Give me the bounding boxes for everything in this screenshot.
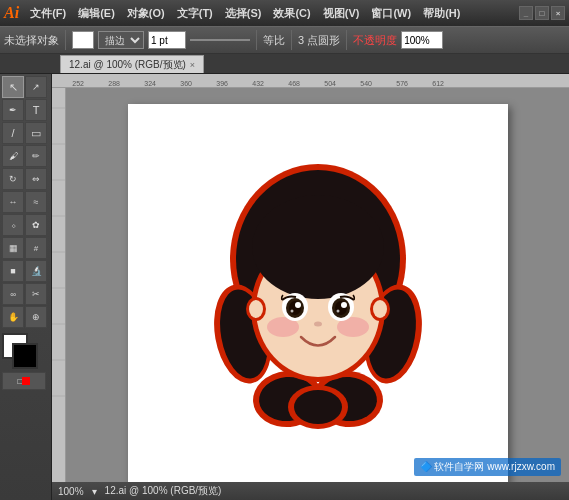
opacity-label: 不透明度 [353,33,397,48]
watermark-text: 软件自学网 [434,461,484,472]
tool-row-5: ↻ ⇔ [2,168,49,190]
svg-point-23 [252,195,384,299]
svg-point-25 [249,300,263,318]
menu-text[interactable]: 文字(T) [172,4,218,23]
watermark: 🔷 软件自学网 www.rjzxw.com [414,458,561,476]
minimize-button[interactable]: _ [519,6,533,20]
mesh-tool[interactable]: # [25,237,47,259]
main-area: ↖ ↗ ✒ T / ▭ 🖌 ✏ ↻ ⇔ ↔ ≈ ⬦ ✿ ▦ # [0,74,569,500]
ruler-mark-612: 612 [426,80,462,87]
canvas-area: 252 288 324 360 396 432 468 504 540 576 … [52,74,569,500]
ruler-mark-396: 396 [210,80,246,87]
window-controls: _ □ × [519,6,565,20]
svg-point-40 [314,322,322,327]
tool-row-1: ↖ ↗ [2,76,49,98]
reflect-tool[interactable]: ⇔ [25,168,47,190]
scale-tool[interactable]: ↔ [2,191,24,213]
stroke-color-swatch[interactable] [12,343,38,369]
ruler-mark-360: 360 [174,80,210,87]
menu-help[interactable]: 帮助(H) [418,4,465,23]
toolbar: 未选择对象 描边 等比 3 点圆形 不透明度 [0,26,569,54]
status-divider: ▾ [92,486,97,497]
divider-2 [256,30,257,50]
document-tab[interactable]: 12.ai @ 100% (RGB/预览) × [60,55,204,73]
tool-row-4: 🖌 ✏ [2,145,49,167]
menu-effect[interactable]: 效果(C) [268,4,315,23]
ruler-horizontal: 252 288 324 360 396 432 468 504 540 576 … [52,74,569,88]
maximize-button[interactable]: □ [535,6,549,20]
menu-edit[interactable]: 编辑(E) [73,4,120,23]
ruler-mark-576: 576 [390,80,426,87]
column-graph-tool[interactable]: ▦ [2,237,24,259]
none-swatch[interactable]: □ [2,372,46,390]
svg-point-39 [336,310,339,313]
divider-3 [291,30,292,50]
svg-point-33 [295,302,301,308]
stroke-select[interactable]: 描边 [98,31,144,49]
svg-point-20 [294,390,342,424]
watermark-icon: 🔷 [420,461,432,472]
tool-row-7: ⬦ ✿ [2,214,49,236]
toolbox: ↖ ↗ ✒ T / ▭ 🖌 ✏ ↻ ⇔ ↔ ≈ ⬦ ✿ ▦ # [0,74,52,500]
svg-point-27 [373,300,387,318]
scissors-tool[interactable]: ✂ [25,283,47,305]
close-button[interactable]: × [551,6,565,20]
stroke-line-preview [190,39,250,41]
stroke-size-input[interactable] [148,31,186,49]
svg-point-38 [341,302,347,308]
app-logo: Ai [4,4,19,22]
menu-view[interactable]: 视图(V) [318,4,365,23]
artboard[interactable] [128,104,508,484]
watermark-url: www.rjzxw.com [487,461,555,472]
tool-row-6: ↔ ≈ [2,191,49,213]
tool-row-10: ∞ ✂ [2,283,49,305]
ruler-vertical [52,88,66,500]
rect-tool[interactable]: ▭ [25,122,47,144]
zoom-tool[interactable]: ⊕ [25,306,47,328]
tool-row-8: ▦ # [2,237,49,259]
shape-label: 3 点圆形 [298,33,340,48]
menu-window[interactable]: 窗口(W) [366,4,416,23]
divider-4 [346,30,347,50]
character-svg [208,159,428,429]
ratio-label: 等比 [263,33,285,48]
eyedropper-tool[interactable]: 🔬 [25,260,47,282]
status-bar: 100% ▾ 12.ai @ 100% (RGB/预览) [52,482,569,500]
line-tool[interactable]: / [2,122,24,144]
tool-row-2: ✒ T [2,99,49,121]
ruler-mark-432: 432 [246,80,282,87]
free-distort-tool[interactable]: ⬦ [2,214,24,236]
pencil-tool[interactable]: ✏ [25,145,47,167]
pen-tool[interactable]: ✒ [2,99,24,121]
ruler-mark-468: 468 [282,80,318,87]
tab-name: 12.ai @ 100% (RGB/预览) [69,58,186,72]
hand-tool[interactable]: ✋ [2,306,24,328]
ruler-mark-504: 504 [318,80,354,87]
ruler-marks: 252 288 324 360 396 432 468 504 540 576 … [52,74,462,87]
selection-label: 未选择对象 [4,33,59,48]
ruler-mark-252: 252 [66,80,102,87]
color-swatches [2,333,46,369]
menu-select[interactable]: 选择(S) [220,4,267,23]
rotate-tool[interactable]: ↻ [2,168,24,190]
menu-bar: 文件(F) 编辑(E) 对象(O) 文字(T) 选择(S) 效果(C) 视图(V… [25,4,465,23]
type-tool[interactable]: T [25,99,47,121]
svg-point-34 [290,310,293,313]
select-tool[interactable]: ↖ [2,76,24,98]
tab-close-icon[interactable]: × [190,60,195,70]
color-swatch[interactable] [72,31,94,49]
warp-tool[interactable]: ≈ [25,191,47,213]
menu-file[interactable]: 文件(F) [25,4,71,23]
symbol-tool[interactable]: ✿ [25,214,47,236]
gradient-tool[interactable]: ■ [2,260,24,282]
menu-object[interactable]: 对象(O) [122,4,170,23]
ruler-mark-288: 288 [102,80,138,87]
zoom-level: 100% [58,486,84,497]
paintbrush-tool[interactable]: 🖌 [2,145,24,167]
ruler-mark-540: 540 [354,80,390,87]
canvas-wrapper[interactable]: 🔷 软件自学网 www.rjzxw.com [66,88,569,500]
opacity-input[interactable] [401,31,443,49]
divider-1 [65,30,66,50]
direct-select-tool[interactable]: ↗ [25,76,47,98]
blend-tool[interactable]: ∞ [2,283,24,305]
